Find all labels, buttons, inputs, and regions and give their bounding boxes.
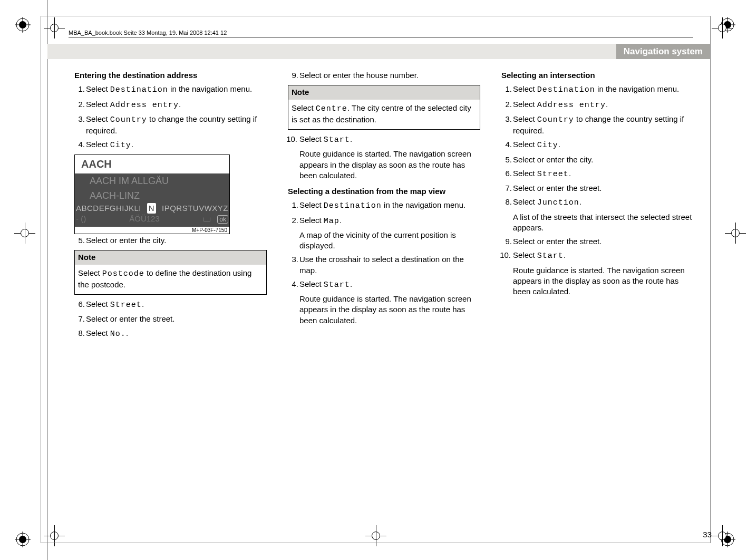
list-item: 10.Select Start. Route guidance is start…: [288, 134, 480, 181]
running-header: MBA_BA_book.book Seite 33 Montag, 19. Ma…: [69, 30, 227, 36]
screen-keyboard-row: ABCDEFGHIJKLI N IPQRSTUVWXYZ: [75, 203, 229, 214]
screen-selected: AACH: [75, 155, 229, 173]
list-item-sub: Route guidance is started. The navigatio…: [299, 149, 480, 181]
list-item: 1.Select Destination in the navigation m…: [74, 84, 267, 95]
note-body: Select Postcode to define the destinatio…: [75, 265, 266, 295]
note-box: Note Select Postcode to define the desti…: [74, 250, 267, 295]
figure-caption: M+P-03F-7150: [75, 227, 229, 234]
list-item: 2.Select Address entry.: [74, 99, 267, 111]
list-item: 10.Select Start. Route guidance is start…: [501, 250, 694, 297]
list-item: 2.Select Map. A map of the vicinity of t…: [288, 215, 480, 252]
list-item: 3.Select Country to change the country s…: [74, 114, 267, 137]
list-item-sub: Route guidance is started. The navigatio…: [513, 265, 694, 297]
list-item: 5.Select or enter the city.: [501, 155, 694, 165]
header-bar: Navigation system: [47, 44, 710, 59]
list-item: 4.Select City.: [501, 139, 694, 151]
list-item: 7.Select or enter the street.: [501, 183, 694, 194]
screen-option: AACH-LINZ: [75, 188, 229, 203]
section-title: Navigation system: [616, 44, 710, 59]
note-box: Note Select Centre. The city centre of t…: [288, 85, 480, 130]
list-item: 7.Select or enter the street.: [74, 314, 267, 324]
list-item: 1.Select Destination in the navigation m…: [501, 84, 694, 95]
list-item: 9.Select or enter the house number.: [288, 70, 480, 81]
crop-cross-ml: [14, 223, 35, 244]
list-item-sub: A map of the vicinity of the current pos…: [299, 230, 480, 252]
list-item-sub: A list of the streets that intersect the…: [513, 212, 694, 234]
crop-cross-br: [712, 525, 733, 546]
screen-ok-button: ok: [217, 215, 228, 224]
list-item: 9.Select or enter the street.: [501, 236, 694, 247]
list-item-sub: Route guidance is started. The navigatio…: [299, 294, 480, 326]
list-item: 6.Select Street.: [74, 299, 267, 311]
note-heading: Note: [75, 250, 266, 264]
device-screenshot: AACH AACH IM ALLGÄU AACH-LINZ ABCDEFGHIJ…: [74, 155, 230, 235]
runhead-rule: [69, 37, 693, 37]
column-2: 9.Select or enter the house number. Note…: [288, 70, 480, 343]
column-1: Entering the destination address 1.Selec…: [74, 70, 267, 343]
col2-heading2: Selecting a destination from the map vie…: [288, 186, 480, 197]
screen-keyboard-row2: - () ÄÖÜ123 ⌴ ok: [75, 214, 229, 226]
list-item: 1.Select Destination in the navigation m…: [288, 200, 480, 211]
note-heading: Note: [288, 85, 480, 99]
content-columns: Entering the destination address 1.Selec…: [74, 70, 694, 343]
list-item: 8.Select Junction. A list of the streets…: [501, 197, 694, 233]
crop-cross-mr: [725, 223, 746, 244]
list-item: 4.Select City.: [74, 139, 267, 151]
list-item: 3.Select Country to change the country s…: [501, 114, 694, 137]
list-item: 4.Select Start. Route guidance is starte…: [288, 279, 480, 326]
col1-heading: Entering the destination address: [74, 70, 267, 81]
page-number: 33: [703, 530, 712, 539]
list-item: 8.Select No..: [74, 328, 267, 340]
list-item: 3.Use the crosshair to select a destinat…: [288, 254, 480, 276]
screen-option: AACH IM ALLGÄU: [75, 173, 229, 188]
list-item: 5.Select or enter the city.: [74, 235, 267, 246]
crop-cross-tr: [712, 17, 733, 38]
list-item: 6.Select Street.: [501, 168, 694, 180]
column-3: Selecting an intersection 1.Select Desti…: [501, 70, 694, 343]
note-body: Select Centre. The city centre of the se…: [288, 100, 480, 130]
col3-heading: Selecting an intersection: [501, 70, 694, 81]
runhead-text: MBA_BA_book.book Seite 33 Montag, 19. Ma…: [69, 30, 227, 36]
reg-mark-tl: [15, 17, 31, 33]
list-item: 2.Select Address entry.: [501, 99, 694, 111]
reg-mark-bl: [15, 532, 31, 547]
